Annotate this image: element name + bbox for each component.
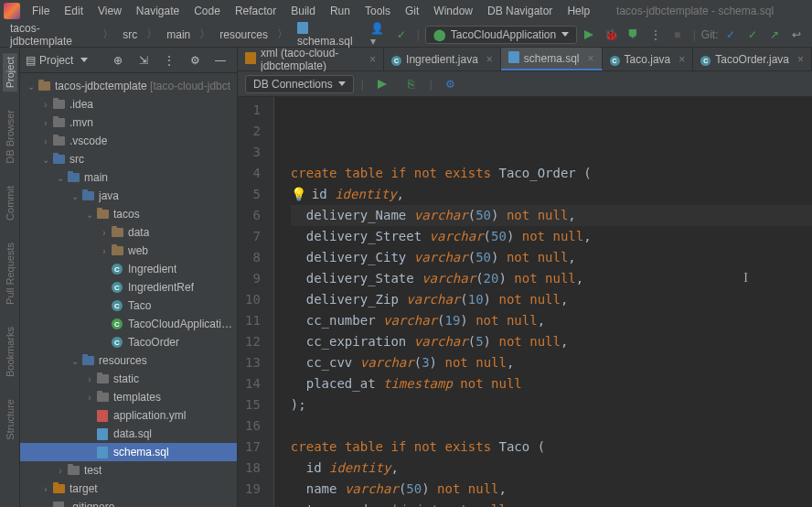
tree-item[interactable]: CTacoCloudApplication: [20, 315, 237, 333]
left-tab-bookmarks[interactable]: Bookmarks: [3, 323, 17, 381]
tree-item[interactable]: CIngredient: [20, 260, 237, 278]
tree-item[interactable]: application.yml: [20, 406, 237, 425]
breadcrumb-main[interactable]: main: [162, 27, 195, 43]
menu-view[interactable]: View: [91, 3, 128, 19]
tree-item[interactable]: ›data: [20, 223, 237, 242]
editor-tab[interactable]: schema.sql×: [501, 48, 603, 70]
window-title: tacos-jdbctemplate - schema.sql: [616, 5, 774, 17]
locate-icon[interactable]: ⊕: [109, 51, 127, 70]
vcs-push-icon[interactable]: ↗: [766, 26, 783, 44]
chevron-right-icon: 〉: [100, 27, 116, 42]
left-tab-dbbrowser[interactable]: DB Browser: [3, 106, 17, 167]
tree-item[interactable]: ›target: [20, 480, 237, 498]
menubar: File Edit View Navigate Code Refactor Bu…: [0, 0, 812, 22]
editor-tab-strip: xml (taco-cloud-jdbctemplate)×CIngredien…: [238, 48, 812, 71]
tree-item[interactable]: CTaco: [20, 297, 237, 315]
coverage-button[interactable]: ⛊: [625, 26, 641, 44]
breadcrumb-file[interactable]: schema.sql: [293, 20, 365, 49]
tree-item[interactable]: ›web: [20, 242, 237, 260]
tree-item[interactable]: ›test: [20, 461, 237, 480]
vcs-history-icon[interactable]: ↩: [788, 26, 805, 44]
left-tool-tabs: Project DB Browser Commit Pull Requests …: [0, 48, 20, 507]
menu-code[interactable]: Code: [187, 3, 227, 19]
tree-item[interactable]: ⌄tacos: [20, 205, 237, 223]
breadcrumb-resources[interactable]: resources: [215, 27, 272, 43]
chevron-right-icon: 〉: [197, 27, 213, 42]
menu-git[interactable]: Git: [399, 3, 425, 19]
vcs-commit-icon[interactable]: ✓: [744, 26, 761, 44]
tree-item[interactable]: ⌄resources: [20, 351, 237, 370]
code-editor[interactable]: 12345678910111213141516171819 I create t…: [238, 97, 812, 507]
run-button[interactable]: [581, 26, 597, 44]
db-connections-dropdown[interactable]: DB Connections: [245, 75, 354, 93]
tree-item[interactable]: ›.vscode: [20, 132, 237, 150]
git-label: Git:: [701, 28, 719, 41]
tree-item[interactable]: ⌄tacos-jdbctemplate [taco-cloud-jdbct: [20, 77, 237, 95]
editor-tab[interactable]: CIngredient.java×: [384, 48, 501, 70]
tree-options-icon[interactable]: ⋮: [160, 51, 178, 70]
more-actions-icon[interactable]: ⋮: [646, 26, 663, 44]
tree-item[interactable]: CIngredientRef: [20, 278, 237, 297]
tree-item[interactable]: ⌄java: [20, 187, 237, 205]
editor-tab[interactable]: CTaco.java×: [603, 48, 694, 70]
user-icon[interactable]: 👤▾: [370, 26, 387, 44]
menu-run[interactable]: Run: [324, 3, 357, 19]
tree-item[interactable]: ›templates: [20, 388, 237, 406]
tree-item[interactable]: ›.idea: [20, 95, 237, 113]
menu-tools[interactable]: Tools: [358, 3, 397, 19]
chevron-down-icon[interactable]: [80, 58, 88, 62]
project-tree[interactable]: ⌄tacos-jdbctemplate [taco-cloud-jdbct›.i…: [20, 73, 237, 507]
close-tab-icon[interactable]: ×: [369, 53, 376, 66]
menu-refactor[interactable]: Refactor: [229, 3, 283, 19]
execute-script-button[interactable]: ⎘: [402, 75, 421, 93]
svg-marker-0: [584, 30, 593, 39]
project-sidebar: ▤ Project ⊕ ⇲ ⋮ ⚙ — ⌄tacos-jdbctemplate …: [20, 48, 238, 507]
vcs-update-icon[interactable]: ✓: [722, 26, 739, 44]
left-tab-commit[interactable]: Commit: [3, 182, 17, 224]
editor-settings-icon[interactable]: ⚙: [442, 75, 460, 93]
breadcrumb-src[interactable]: src: [118, 27, 142, 43]
text-cursor-icon: I: [743, 267, 748, 288]
left-tab-project[interactable]: Project: [3, 53, 17, 92]
navigation-row: tacos-jdbctemplate 〉 src 〉 main 〉 resour…: [0, 22, 812, 48]
menu-build[interactable]: Build: [284, 3, 322, 19]
menu-edit[interactable]: Edit: [58, 3, 90, 19]
sidebar-header: ▤ Project ⊕ ⇲ ⋮ ⚙ —: [20, 48, 237, 73]
execute-sql-button[interactable]: [373, 75, 391, 93]
menu-window[interactable]: Window: [427, 3, 479, 19]
tree-item[interactable]: ⌄main: [20, 168, 237, 187]
tree-item[interactable]: .gitignore: [20, 498, 237, 507]
hide-icon[interactable]: —: [211, 51, 230, 70]
tree-item[interactable]: CTacoOrder: [20, 333, 237, 351]
chevron-right-icon: 〉: [274, 27, 291, 42]
menu-file[interactable]: File: [26, 3, 56, 19]
chevron-down-icon: [561, 32, 569, 37]
settings-icon[interactable]: ⚙: [186, 51, 204, 70]
line-gutter: 12345678910111213141516171819: [238, 97, 274, 507]
editor-tab[interactable]: CTacoOrder.java×: [693, 48, 812, 70]
close-tab-icon[interactable]: ×: [588, 52, 594, 65]
menu-navigate[interactable]: Navigate: [130, 3, 186, 19]
close-tab-icon[interactable]: ×: [486, 53, 493, 66]
build-hammer-icon[interactable]: ✓: [393, 26, 410, 44]
code-text[interactable]: I create table if not exists Taco_Order …: [274, 97, 812, 507]
menu-dbnav[interactable]: DB Navigator: [481, 3, 559, 19]
tree-item[interactable]: ⌄src: [20, 150, 237, 168]
debug-button[interactable]: 🐞: [603, 26, 619, 44]
left-tab-structure[interactable]: Structure: [3, 395, 17, 444]
editor-tab[interactable]: xml (taco-cloud-jdbctemplate)×: [238, 48, 384, 70]
editor-pane: xml (taco-cloud-jdbctemplate)×CIngredien…: [238, 48, 812, 507]
breadcrumb-root[interactable]: tacos-jdbctemplate: [5, 20, 98, 49]
tree-item[interactable]: schema.sql: [20, 443, 237, 461]
left-tab-pullrequests[interactable]: Pull Requests: [3, 239, 17, 308]
expand-all-icon[interactable]: ⇲: [134, 51, 153, 70]
close-tab-icon[interactable]: ×: [797, 53, 804, 66]
tree-item[interactable]: ›.mvn: [20, 113, 237, 132]
stop-button[interactable]: ■: [669, 26, 686, 44]
run-configuration-dropdown[interactable]: ⬤ TacoCloudApplication: [425, 26, 577, 44]
menu-help[interactable]: Help: [561, 3, 596, 19]
svg-marker-1: [378, 80, 387, 89]
tree-item[interactable]: data.sql: [20, 425, 237, 443]
close-tab-icon[interactable]: ×: [678, 53, 685, 66]
tree-item[interactable]: ›static: [20, 370, 237, 388]
